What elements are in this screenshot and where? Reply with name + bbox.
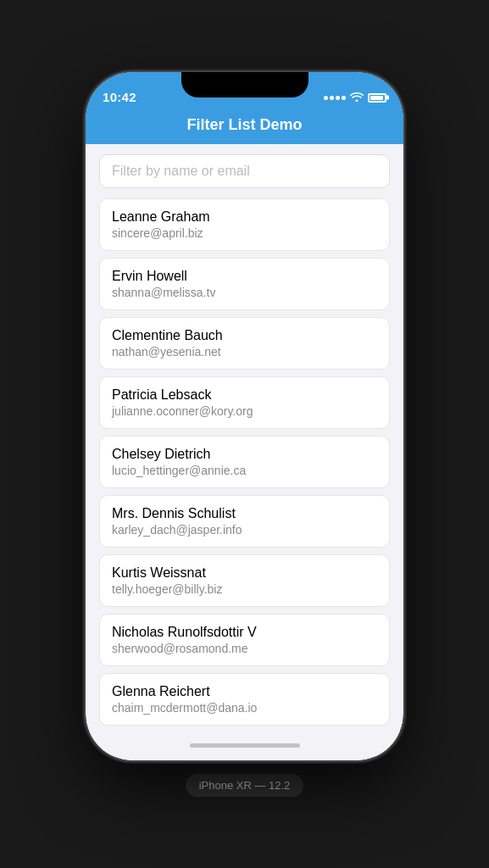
- contact-name: Chelsey Dietrich: [112, 447, 377, 462]
- contact-email: telly.hoeger@billy.biz: [112, 582, 377, 596]
- wifi-icon: [350, 92, 364, 104]
- notch: [181, 72, 308, 97]
- list-item[interactable]: Mrs. Dennis Schulistkarley_dach@jasper.i…: [99, 495, 390, 548]
- phone-frame: 10:42: [86, 72, 403, 760]
- nav-title: Filter List Demo: [186, 116, 302, 133]
- contact-email: chaim_mcdermott@dana.io: [112, 701, 377, 715]
- device-label: iPhone XR — 12.2: [186, 774, 304, 797]
- contact-name: Ervin Howell: [112, 269, 377, 284]
- list-item[interactable]: Patricia Lebsackjulianne.oconner@kory.or…: [99, 376, 390, 429]
- contact-name: Kurtis Weissnat: [112, 565, 377, 581]
- search-container: [99, 154, 390, 188]
- signal-icon: [324, 96, 346, 100]
- contact-name: Glenna Reichert: [112, 684, 377, 699]
- contact-email: lucio_hettinger@annie.ca: [112, 464, 377, 477]
- contact-name: Mrs. Dennis Schulist: [112, 506, 377, 521]
- contact-name: Patricia Lebsack: [112, 387, 377, 403]
- list-item[interactable]: Nicholas Runolfsdottir Vsherwood@rosamon…: [99, 614, 390, 666]
- home-bar: [190, 743, 300, 748]
- contact-email: sincere@april.biz: [112, 226, 377, 240]
- list-item[interactable]: Chelsey Dietrichlucio_hettinger@annie.ca: [99, 436, 390, 488]
- contact-list: Leanne Grahamsincere@april.bizErvin Howe…: [99, 198, 390, 732]
- contact-name: Clementine Bauch: [112, 328, 377, 343]
- contact-email: nathan@yesenia.net: [112, 345, 377, 359]
- phone-screen: 10:42: [86, 72, 403, 760]
- search-input[interactable]: [99, 154, 390, 188]
- list-item[interactable]: Glenna Reichertchaim_mcdermott@dana.io: [99, 673, 390, 726]
- content-area: Leanne Grahamsincere@april.bizErvin Howe…: [86, 144, 403, 732]
- contact-name: Leanne Graham: [112, 209, 377, 225]
- contact-email: karley_dach@jasper.info: [112, 523, 377, 537]
- nav-bar: Filter List Demo: [86, 109, 403, 144]
- contact-email: julianne.oconner@kory.org: [112, 404, 377, 418]
- battery-icon: [368, 93, 386, 103]
- contact-email: sherwood@rosamond.me: [112, 642, 377, 655]
- phone-wrapper: 10:42: [86, 72, 403, 797]
- contact-email: shanna@melissa.tv: [112, 286, 377, 299]
- contact-name: Nicholas Runolfsdottir V: [112, 625, 377, 640]
- list-item[interactable]: Kurtis Weissnattelly.hoeger@billy.biz: [99, 554, 390, 607]
- status-time: 10:42: [103, 90, 136, 104]
- home-indicator: [86, 732, 403, 760]
- status-icons: [324, 92, 386, 104]
- list-item[interactable]: Leanne Grahamsincere@april.biz: [99, 198, 390, 251]
- list-item[interactable]: Clementine Bauchnathan@yesenia.net: [99, 317, 390, 370]
- list-item[interactable]: Ervin Howellshanna@melissa.tv: [99, 258, 390, 310]
